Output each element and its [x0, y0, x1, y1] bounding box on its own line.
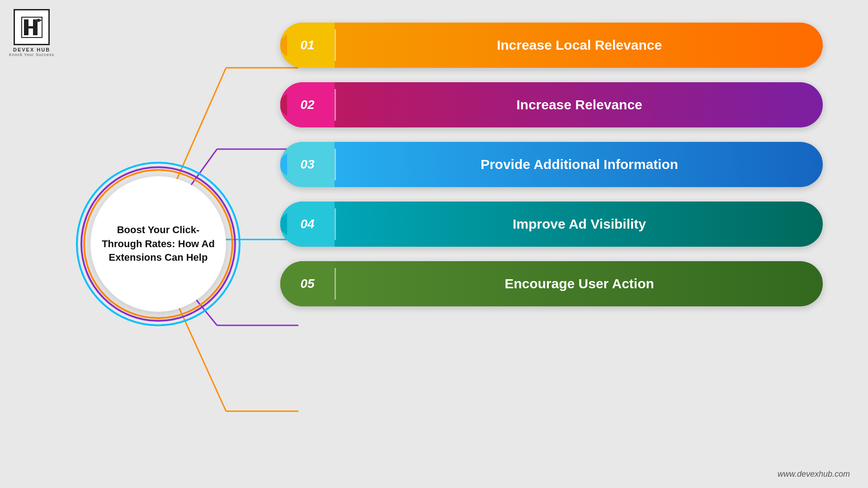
pill-label-3: Provide Additional Information [336, 152, 823, 177]
svg-rect-3 [33, 19, 38, 35]
logo-tagline: Knock Your Success [9, 52, 54, 57]
pill-item-2: 02 Increase Relevance [280, 82, 823, 127]
logo-brand-name: DEVEX HUB [13, 47, 50, 52]
pill-label-2: Increase Relevance [336, 93, 823, 117]
pill-label-1: Increase Local Relevance [336, 33, 823, 57]
pills-container: 01 Increase Local Relevance 02 Increase … [280, 23, 823, 306]
center-circle: Boost Your Click-Through Rates: How Ad E… [90, 176, 226, 312]
pill-number-1: 01 [280, 23, 335, 68]
pill-number-4: 04 [280, 202, 335, 247]
pill-arrow-5 [280, 272, 287, 295]
website-url: www.devexhub.com [778, 469, 850, 479]
pill-label-4: Improve Ad Visibility [336, 212, 823, 236]
pill-item-1: 01 Increase Local Relevance [280, 23, 823, 68]
pill-arrow-2 [280, 94, 287, 116]
pill-item-5: 05 Encourage User Action [280, 261, 823, 306]
pill-label-5: Encourage User Action [336, 272, 823, 296]
logo-box [14, 9, 50, 45]
pill-item-3: 03 Provide Additional Information [280, 142, 823, 187]
pill-number-5: 05 [280, 261, 335, 306]
pill-arrow-3 [280, 153, 287, 176]
pill-item-4: 04 Improve Ad Visibility [280, 202, 823, 247]
center-title: Boost Your Click-Through Rates: How Ad E… [90, 214, 226, 274]
pill-arrow-1 [280, 34, 287, 56]
pill-number-2: 02 [280, 82, 335, 127]
pill-number-3: 03 [280, 142, 335, 187]
pill-arrow-4 [280, 213, 287, 235]
logo: DEVEX HUB Knock Your Success [9, 9, 54, 57]
